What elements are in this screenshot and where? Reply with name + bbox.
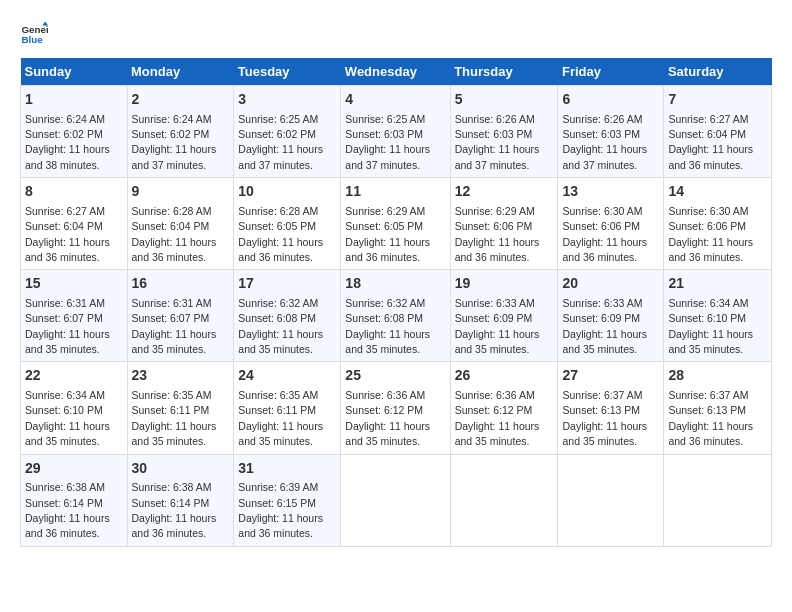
day-sunset: Sunset: 6:12 PM xyxy=(455,404,533,416)
calendar-cell: 21 Sunrise: 6:34 AM Sunset: 6:10 PM Dayl… xyxy=(664,270,772,362)
day-number: 17 xyxy=(238,274,336,294)
day-number: 30 xyxy=(132,459,230,479)
day-sunset: Sunset: 6:04 PM xyxy=(132,220,210,232)
day-daylight: Daylight: 11 hours and 35 minutes. xyxy=(668,328,753,355)
calendar-cell: 20 Sunrise: 6:33 AM Sunset: 6:09 PM Dayl… xyxy=(558,270,664,362)
header-sunday: Sunday xyxy=(21,58,128,86)
day-sunset: Sunset: 6:02 PM xyxy=(132,128,210,140)
calendar-week-2: 8 Sunrise: 6:27 AM Sunset: 6:04 PM Dayli… xyxy=(21,178,772,270)
day-number: 15 xyxy=(25,274,123,294)
day-sunrise: Sunrise: 6:36 AM xyxy=(455,389,535,401)
header-friday: Friday xyxy=(558,58,664,86)
calendar-header-row: SundayMondayTuesdayWednesdayThursdayFrid… xyxy=(21,58,772,86)
day-daylight: Daylight: 11 hours and 35 minutes. xyxy=(562,420,647,447)
day-sunset: Sunset: 6:04 PM xyxy=(25,220,103,232)
day-sunrise: Sunrise: 6:30 AM xyxy=(668,205,748,217)
day-sunrise: Sunrise: 6:31 AM xyxy=(25,297,105,309)
calendar-cell: 25 Sunrise: 6:36 AM Sunset: 6:12 PM Dayl… xyxy=(341,362,450,454)
day-sunset: Sunset: 6:06 PM xyxy=(455,220,533,232)
calendar-cell: 8 Sunrise: 6:27 AM Sunset: 6:04 PM Dayli… xyxy=(21,178,128,270)
day-daylight: Daylight: 11 hours and 36 minutes. xyxy=(25,236,110,263)
day-sunrise: Sunrise: 6:27 AM xyxy=(668,113,748,125)
day-number: 10 xyxy=(238,182,336,202)
day-number: 13 xyxy=(562,182,659,202)
day-sunrise: Sunrise: 6:24 AM xyxy=(132,113,212,125)
day-daylight: Daylight: 11 hours and 35 minutes. xyxy=(455,328,540,355)
calendar-table: SundayMondayTuesdayWednesdayThursdayFrid… xyxy=(20,58,772,547)
day-number: 16 xyxy=(132,274,230,294)
day-sunrise: Sunrise: 6:25 AM xyxy=(238,113,318,125)
calendar-cell xyxy=(664,454,772,546)
day-sunrise: Sunrise: 6:32 AM xyxy=(345,297,425,309)
calendar-cell: 10 Sunrise: 6:28 AM Sunset: 6:05 PM Dayl… xyxy=(234,178,341,270)
day-daylight: Daylight: 11 hours and 35 minutes. xyxy=(238,328,323,355)
day-number: 28 xyxy=(668,366,767,386)
day-sunset: Sunset: 6:11 PM xyxy=(132,404,210,416)
day-sunset: Sunset: 6:13 PM xyxy=(562,404,640,416)
day-sunset: Sunset: 6:11 PM xyxy=(238,404,316,416)
day-sunrise: Sunrise: 6:38 AM xyxy=(25,481,105,493)
day-daylight: Daylight: 11 hours and 36 minutes. xyxy=(668,236,753,263)
day-sunset: Sunset: 6:05 PM xyxy=(345,220,423,232)
calendar-cell: 6 Sunrise: 6:26 AM Sunset: 6:03 PM Dayli… xyxy=(558,86,664,178)
day-daylight: Daylight: 11 hours and 36 minutes. xyxy=(345,236,430,263)
calendar-cell: 4 Sunrise: 6:25 AM Sunset: 6:03 PM Dayli… xyxy=(341,86,450,178)
day-daylight: Daylight: 11 hours and 35 minutes. xyxy=(455,420,540,447)
calendar-cell: 27 Sunrise: 6:37 AM Sunset: 6:13 PM Dayl… xyxy=(558,362,664,454)
day-sunset: Sunset: 6:06 PM xyxy=(562,220,640,232)
day-number: 11 xyxy=(345,182,445,202)
day-daylight: Daylight: 11 hours and 36 minutes. xyxy=(132,236,217,263)
day-sunrise: Sunrise: 6:37 AM xyxy=(562,389,642,401)
day-sunrise: Sunrise: 6:33 AM xyxy=(562,297,642,309)
day-sunset: Sunset: 6:04 PM xyxy=(668,128,746,140)
calendar-week-5: 29 Sunrise: 6:38 AM Sunset: 6:14 PM Dayl… xyxy=(21,454,772,546)
day-daylight: Daylight: 11 hours and 36 minutes. xyxy=(238,236,323,263)
day-daylight: Daylight: 11 hours and 36 minutes. xyxy=(668,143,753,170)
day-sunset: Sunset: 6:15 PM xyxy=(238,497,316,509)
day-sunrise: Sunrise: 6:29 AM xyxy=(455,205,535,217)
calendar-cell: 23 Sunrise: 6:35 AM Sunset: 6:11 PM Dayl… xyxy=(127,362,234,454)
header-thursday: Thursday xyxy=(450,58,558,86)
header-monday: Monday xyxy=(127,58,234,86)
day-number: 12 xyxy=(455,182,554,202)
calendar-cell: 28 Sunrise: 6:37 AM Sunset: 6:13 PM Dayl… xyxy=(664,362,772,454)
day-number: 6 xyxy=(562,90,659,110)
day-daylight: Daylight: 11 hours and 36 minutes. xyxy=(562,236,647,263)
day-sunrise: Sunrise: 6:33 AM xyxy=(455,297,535,309)
calendar-cell: 16 Sunrise: 6:31 AM Sunset: 6:07 PM Dayl… xyxy=(127,270,234,362)
day-sunrise: Sunrise: 6:27 AM xyxy=(25,205,105,217)
calendar-cell: 12 Sunrise: 6:29 AM Sunset: 6:06 PM Dayl… xyxy=(450,178,558,270)
calendar-cell: 15 Sunrise: 6:31 AM Sunset: 6:07 PM Dayl… xyxy=(21,270,128,362)
day-number: 14 xyxy=(668,182,767,202)
day-number: 8 xyxy=(25,182,123,202)
day-daylight: Daylight: 11 hours and 35 minutes. xyxy=(25,328,110,355)
day-number: 24 xyxy=(238,366,336,386)
day-daylight: Daylight: 11 hours and 35 minutes. xyxy=(132,420,217,447)
header-tuesday: Tuesday xyxy=(234,58,341,86)
day-number: 31 xyxy=(238,459,336,479)
day-sunset: Sunset: 6:10 PM xyxy=(25,404,103,416)
day-sunset: Sunset: 6:02 PM xyxy=(238,128,316,140)
day-number: 29 xyxy=(25,459,123,479)
day-sunrise: Sunrise: 6:36 AM xyxy=(345,389,425,401)
day-number: 2 xyxy=(132,90,230,110)
calendar-cell: 13 Sunrise: 6:30 AM Sunset: 6:06 PM Dayl… xyxy=(558,178,664,270)
day-sunset: Sunset: 6:07 PM xyxy=(25,312,103,324)
day-daylight: Daylight: 11 hours and 36 minutes. xyxy=(455,236,540,263)
day-number: 23 xyxy=(132,366,230,386)
day-number: 21 xyxy=(668,274,767,294)
calendar-cell: 5 Sunrise: 6:26 AM Sunset: 6:03 PM Dayli… xyxy=(450,86,558,178)
calendar-cell: 7 Sunrise: 6:27 AM Sunset: 6:04 PM Dayli… xyxy=(664,86,772,178)
day-sunset: Sunset: 6:07 PM xyxy=(132,312,210,324)
calendar-week-1: 1 Sunrise: 6:24 AM Sunset: 6:02 PM Dayli… xyxy=(21,86,772,178)
day-number: 9 xyxy=(132,182,230,202)
day-daylight: Daylight: 11 hours and 35 minutes. xyxy=(238,420,323,447)
day-sunrise: Sunrise: 6:37 AM xyxy=(668,389,748,401)
day-daylight: Daylight: 11 hours and 37 minutes. xyxy=(132,143,217,170)
logo-icon: General Blue xyxy=(20,20,48,48)
day-sunrise: Sunrise: 6:34 AM xyxy=(25,389,105,401)
day-number: 5 xyxy=(455,90,554,110)
day-number: 19 xyxy=(455,274,554,294)
day-sunrise: Sunrise: 6:35 AM xyxy=(132,389,212,401)
day-daylight: Daylight: 11 hours and 35 minutes. xyxy=(345,328,430,355)
